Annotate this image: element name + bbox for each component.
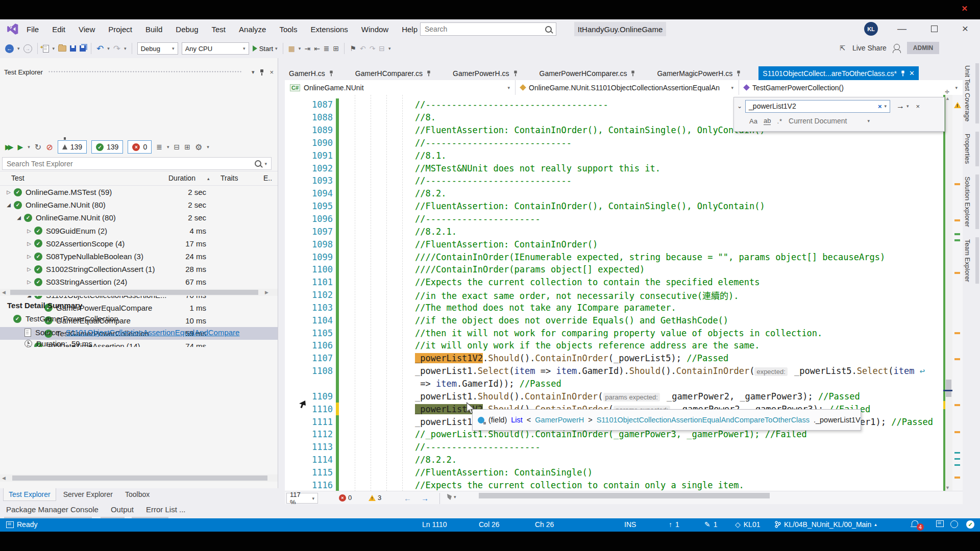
- code-line[interactable]: 1092 //MSTest&NUnit does not really supp…: [285, 162, 943, 174]
- panel-tab[interactable]: Server Explorer: [58, 488, 118, 500]
- step-out-icon[interactable]: ⇤: [314, 44, 320, 53]
- find-next-icon[interactable]: →: [896, 102, 904, 111]
- pin-icon[interactable]: [259, 69, 264, 76]
- menu-project[interactable]: Project: [108, 25, 132, 34]
- prev-bookmark-icon[interactable]: ↶: [360, 44, 366, 53]
- code-line[interactable]: 1114 //8.2.2.: [285, 454, 943, 466]
- panel-tab[interactable]: Toolbox: [120, 488, 155, 500]
- outgoing-commits[interactable]: ↑ 1: [669, 520, 679, 529]
- expander-icon[interactable]: ▷: [26, 228, 33, 234]
- code-line[interactable]: 1116 //Expects the current collection to…: [285, 479, 943, 491]
- close-tab-icon[interactable]: ✕: [909, 69, 915, 77]
- test-explorer-header[interactable]: Test Explorer ▾ ×: [0, 65, 278, 79]
- playlist-icon[interactable]: ≣: [156, 143, 162, 151]
- search-scope-dropdown[interactable]: Current Document ▾: [789, 117, 870, 125]
- code-line[interactable]: 1109 _powerList1.Should().ContainInOrder…: [285, 390, 943, 403]
- tool-window-tab[interactable]: Solution Explorer: [964, 177, 980, 227]
- code-line[interactable]: 1098 //FluentAssertion: ContainInOrder(): [285, 238, 943, 251]
- match-word-icon[interactable]: ab: [764, 117, 771, 125]
- line-indicator[interactable]: Ln 1110: [422, 520, 447, 529]
- test-tree-row[interactable]: ▷ ✓ S02AssertionScope (4) 17 ms: [0, 237, 278, 250]
- search-dropdown-icon[interactable]: ▾: [264, 161, 267, 166]
- new-project-button[interactable]: ✦: [43, 45, 49, 53]
- clear-bookmarks-icon[interactable]: ⊟: [379, 44, 385, 53]
- run-dropdown-icon[interactable]: ▾: [28, 144, 30, 149]
- pin-icon[interactable]: [513, 70, 518, 77]
- toolbar-options-icon[interactable]: ▾: [388, 46, 391, 51]
- layers-icon[interactable]: ⊞: [184, 143, 190, 151]
- panel-tab[interactable]: Test Explorer: [3, 488, 56, 501]
- passed-tests-badge[interactable]: ✓ 139: [91, 140, 123, 154]
- scroll-left-icon[interactable]: ◀: [2, 290, 6, 295]
- navigate-forward-icon[interactable]: →: [421, 494, 429, 503]
- code-line[interactable]: 1100 ////ContainInOrder(params object[] …: [285, 263, 943, 276]
- column-indicator[interactable]: Col 26: [479, 520, 499, 529]
- redo-icon[interactable]: ↷: [113, 43, 120, 54]
- settings-gear-icon[interactable]: ⚙: [195, 142, 202, 152]
- code-line[interactable]: 1090 //----------------------------: [285, 137, 943, 149]
- solution-platform-dropdown[interactable]: Any CPU▾: [182, 42, 249, 55]
- feedback-person-icon[interactable]: [894, 44, 900, 50]
- step-into-icon[interactable]: ⇥: [304, 44, 310, 53]
- user-avatar[interactable]: KL: [864, 22, 878, 36]
- breadcrumb-project[interactable]: C# OnlineGame.NUnit ▾: [285, 80, 516, 95]
- code-line[interactable]: 1103 //The method does not take any ICom…: [285, 302, 943, 314]
- notifications-button[interactable]: 4: [912, 520, 918, 526]
- code-line[interactable]: 1096 //----------------------: [285, 213, 943, 226]
- bookmark-icon[interactable]: ⚑: [350, 44, 356, 53]
- source-link[interactable]: S1101ObjectCollectionAssertionEqualAndCo…: [66, 328, 240, 337]
- publish-button[interactable]: [936, 520, 944, 527]
- menu-view[interactable]: View: [79, 25, 95, 34]
- code-line[interactable]: 1094 //8.2.: [285, 187, 943, 200]
- bottom-panel-tab[interactable]: Package Manager Console: [0, 504, 105, 517]
- code-line[interactable]: 1102 //in the exact same order, not nece…: [285, 289, 943, 302]
- expand-replace-icon[interactable]: ⌄: [737, 103, 742, 110]
- menu-help[interactable]: Help: [402, 25, 418, 34]
- menu-analyze[interactable]: Analyze: [239, 25, 266, 34]
- expander-icon[interactable]: ▷: [26, 254, 33, 259]
- settings-dropdown-icon[interactable]: ▾: [207, 144, 209, 149]
- zoom-level-dropdown[interactable]: 117 % ▾: [286, 493, 318, 504]
- save-button[interactable]: [70, 45, 76, 52]
- navigate-back-icon[interactable]: ←: [5, 44, 14, 53]
- playlist-dropdown-icon[interactable]: ▾: [167, 144, 169, 149]
- close-panel-icon[interactable]: ×: [270, 68, 274, 76]
- menu-tools[interactable]: Tools: [279, 25, 297, 34]
- run-all-tests-icon[interactable]: ▶▶: [5, 143, 11, 151]
- char-indicator[interactable]: Ch 26: [535, 520, 554, 529]
- test-tree-row[interactable]: ▷ ✓ S03StringAssertion (24) 67 ms: [0, 276, 278, 288]
- column-duration[interactable]: Duration: [168, 174, 195, 182]
- pin-icon[interactable]: [631, 70, 635, 77]
- pin-icon[interactable]: [901, 70, 905, 77]
- pin-icon[interactable]: [427, 70, 431, 77]
- code-line[interactable]: => item.GamerId)); //Passed: [285, 378, 943, 390]
- outdent-icon[interactable]: ⊞: [333, 44, 339, 53]
- undo-icon[interactable]: ↶: [96, 43, 104, 54]
- find-options-icon[interactable]: ▾: [906, 104, 909, 109]
- column-error[interactable]: E..: [263, 174, 272, 182]
- error-count[interactable]: × 0: [339, 494, 352, 502]
- indent-icon[interactable]: ≣: [324, 44, 330, 53]
- insert-mode-indicator[interactable]: INS: [624, 520, 636, 529]
- bottom-panel-tab[interactable]: Output: [105, 504, 140, 517]
- code-line[interactable]: 1104 //if the object does not override E…: [285, 314, 943, 327]
- warning-count[interactable]: 3: [369, 494, 381, 502]
- code-line[interactable]: 1095 //FluentAssertion: ContainInOrder()…: [285, 200, 943, 213]
- total-tests-badge[interactable]: 139: [58, 140, 87, 154]
- document-tab[interactable]: GamerPowerHComparer.cs ✕: [535, 66, 640, 80]
- navigate-forward-icon[interactable]: →: [23, 44, 32, 53]
- column-test[interactable]: Test: [11, 174, 24, 182]
- panel-bottom-scrollbar[interactable]: ◀: [0, 474, 278, 482]
- test-tree-row[interactable]: ▷ ✓ S08TypeNullableBoolean (3) 24 ms: [0, 250, 278, 263]
- code-line[interactable]: 1101 //Expects the current collection to…: [285, 276, 943, 289]
- expander-icon[interactable]: ▷: [26, 266, 33, 272]
- menu-extensions[interactable]: Extensions: [310, 25, 348, 34]
- code-line[interactable]: 1115 //FluentAssertion: ContainSingle(): [285, 466, 943, 479]
- menu-edit[interactable]: Edit: [52, 25, 65, 34]
- window-position-icon[interactable]: ▾: [252, 69, 255, 76]
- code-line[interactable]: 1097 //8.2.1.: [285, 225, 943, 238]
- open-file-button[interactable]: [58, 45, 66, 52]
- expander-icon[interactable]: ▷: [5, 189, 12, 195]
- test-tree-row[interactable]: ▷ ✓ S09GuidEnum (2) 4 ms: [0, 224, 278, 237]
- document-tab[interactable]: GamerPowerH.cs ✕: [449, 66, 522, 80]
